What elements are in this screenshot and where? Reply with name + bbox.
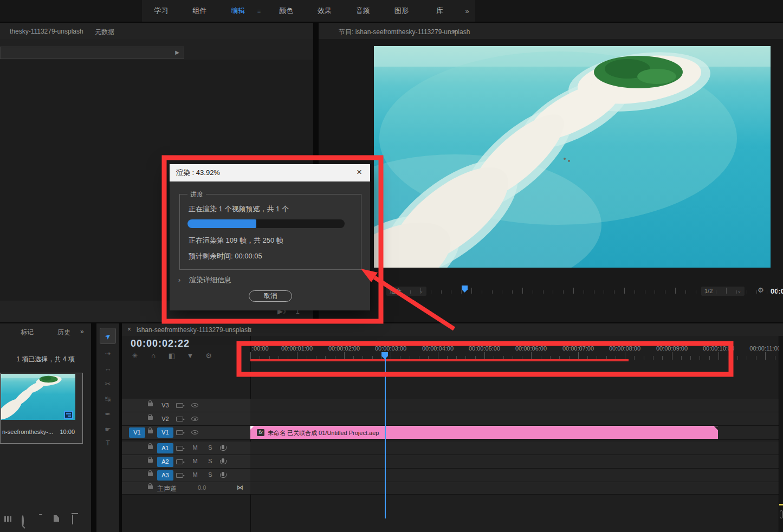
play-button-icon[interactable]: ▶ — [554, 320, 564, 322]
project-item-selected[interactable]: n-seefromthesky-... 10:00 — [0, 373, 83, 444]
selection-tool[interactable]: ➤ — [96, 329, 119, 343]
lock-icon[interactable] — [148, 445, 153, 449]
solo-button[interactable]: S — [206, 458, 214, 464]
sync-lock-icon[interactable] — [176, 446, 183, 451]
mute-button[interactable]: M — [191, 471, 199, 478]
track-a1-content[interactable] — [250, 442, 779, 455]
solo-button[interactable]: S — [206, 471, 214, 478]
mute-button[interactable]: M — [191, 458, 199, 464]
go-to-out-icon[interactable]: ⇥ — [592, 321, 602, 322]
source-patch-v1[interactable]: V1 — [129, 427, 145, 438]
linked-selection-icon[interactable]: ◧ — [166, 352, 177, 360]
workspace-tab-audio[interactable]: 音频 — [344, 6, 382, 16]
render-details-toggle[interactable]: ›渲染详细信息 — [178, 275, 231, 285]
mark-in-icon[interactable]: { — [478, 321, 488, 322]
scrollbar-thumb[interactable] — [780, 510, 783, 518]
step-forward-icon[interactable]: ▶ — [573, 321, 583, 322]
track-v2-content[interactable] — [250, 412, 779, 425]
timeline-marker-icon[interactable]: ▼ — [185, 352, 196, 360]
workspace-tab-color[interactable]: 颜色 — [267, 6, 306, 16]
sync-lock-icon[interactable] — [176, 473, 183, 478]
solo-button[interactable]: S — [206, 444, 214, 451]
track-v2-label[interactable]: V2 — [157, 414, 173, 424]
nest-toggle-icon[interactable]: ✳ — [130, 352, 140, 360]
track-a1-label[interactable]: A1 — [157, 443, 173, 453]
ripple-edit-tool[interactable]: ↔ — [96, 362, 119, 376]
new-item-icon[interactable] — [54, 515, 59, 522]
track-v3-content[interactable] — [250, 399, 779, 412]
voiceover-mic-icon[interactable] — [222, 472, 224, 476]
delete-icon[interactable] — [72, 515, 73, 524]
lock-icon[interactable] — [148, 430, 153, 433]
track-a3-label[interactable]: A3 — [157, 470, 173, 481]
workspace-tab-libraries[interactable]: 库 — [420, 6, 459, 16]
mark-out-icon[interactable]: } — [497, 321, 507, 322]
timeline-clip-linked-comp[interactable]: fx 未命名 已关联合成 01/Untitled Project.aep — [250, 426, 718, 439]
extract-icon[interactable]: ⇣ — [630, 321, 640, 322]
program-mini-ruler[interactable] — [319, 287, 783, 294]
razor-tool[interactable]: ✂ — [96, 377, 119, 391]
timeline-tab-close-icon[interactable]: × — [127, 326, 131, 333]
track-v3-label[interactable]: V3 — [157, 400, 173, 411]
lift-icon[interactable]: ⇡ — [611, 321, 621, 322]
eye-toggle-icon[interactable] — [191, 403, 198, 407]
tab-source-clip[interactable]: thesky-1113279-unsplash — [10, 28, 83, 35]
tab-history[interactable]: 历史 — [57, 328, 70, 337]
timeline-playhead-timecode[interactable]: 00:00:02:22 — [131, 338, 190, 349]
dialog-close-icon[interactable]: × — [354, 167, 365, 178]
export-frame-icon[interactable]: ◉ — [649, 321, 659, 322]
source-zoom-strip[interactable]: ▶ — [0, 47, 184, 59]
track-a2-content[interactable] — [250, 455, 779, 468]
panel-overflow-icon[interactable]: » — [80, 328, 84, 335]
tab-markers[interactable]: 标记 — [21, 328, 34, 337]
lock-icon[interactable] — [148, 403, 153, 406]
lock-icon[interactable] — [148, 416, 153, 420]
pen-tool[interactable]: ✒ — [96, 407, 119, 421]
slip-tool[interactable]: ↹ — [96, 392, 119, 406]
voiceover-mic-icon[interactable] — [222, 445, 224, 449]
track-select-tool[interactable]: ⇢ — [96, 347, 119, 361]
tab-metadata[interactable]: 元数据 — [95, 28, 114, 37]
timeline-settings-wrench-icon[interactable]: ⚙ — [203, 352, 214, 360]
workspace-overflow-icon[interactable]: » — [459, 7, 475, 15]
add-marker-icon[interactable]: ▼ — [460, 321, 469, 322]
track-a2-label[interactable]: A2 — [157, 457, 173, 467]
timeline-panel-menu-icon[interactable]: ≡ — [248, 326, 251, 334]
bowtie-keyframe-icon[interactable]: ⋈ — [237, 484, 243, 491]
thumbnail-view-icon[interactable] — [4, 516, 11, 522]
lock-icon[interactable] — [148, 485, 153, 489]
find-icon[interactable] — [22, 515, 24, 527]
workspace-tab-assembly[interactable]: 组件 — [180, 6, 219, 16]
ruler-ticks[interactable] — [250, 352, 779, 360]
go-to-in-icon[interactable]: ⇤ — [516, 321, 526, 322]
workspace-tab-effects[interactable]: 效果 — [306, 6, 344, 16]
lock-icon[interactable] — [148, 459, 153, 463]
snap-magnet-icon[interactable]: ∩ — [148, 352, 159, 360]
workspace-tab-learn[interactable]: 学习 — [142, 6, 180, 16]
eye-toggle-icon[interactable] — [191, 430, 198, 434]
timeline-playhead-line[interactable] — [385, 352, 386, 518]
master-level-value[interactable]: 0.0 — [198, 484, 206, 491]
lock-icon[interactable] — [148, 472, 153, 476]
workspace-tab-editing[interactable]: 编辑 — [219, 6, 257, 16]
timeline-vertical-scrollbar[interactable] — [779, 336, 783, 532]
eye-toggle-icon[interactable] — [191, 417, 198, 421]
program-panel-menu-icon[interactable]: ≡ — [452, 28, 456, 35]
workspace-menu-icon[interactable]: ≡ — [257, 8, 267, 14]
sync-lock-icon[interactable] — [176, 430, 183, 435]
timeline-tab-label[interactable]: ishan-seefromthesky-1113279-unsplash — [137, 326, 251, 334]
track-v1-label[interactable]: V1 — [157, 427, 173, 438]
workspace-tab-graphics[interactable]: 图形 — [382, 6, 420, 16]
track-master-content[interactable] — [250, 482, 779, 494]
strip-arrow-icon[interactable]: ▶ — [175, 49, 179, 55]
sync-lock-icon[interactable] — [176, 417, 183, 421]
type-tool[interactable]: T — [96, 436, 119, 450]
voiceover-mic-icon[interactable] — [222, 458, 224, 463]
cancel-button[interactable]: 取消 — [249, 290, 292, 302]
hand-tool[interactable]: ☛ — [96, 423, 119, 437]
comparison-view-icon[interactable]: ◫ — [668, 321, 678, 322]
mute-button[interactable]: M — [191, 444, 199, 451]
sync-lock-icon[interactable] — [176, 403, 183, 408]
track-v1-content[interactable]: fx 未命名 已关联合成 01/Untitled Project.aep — [250, 426, 779, 439]
sync-lock-icon[interactable] — [176, 459, 183, 464]
